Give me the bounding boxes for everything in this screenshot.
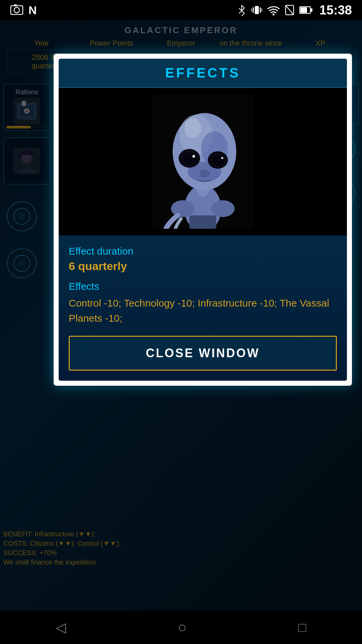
close-window-button[interactable]: CLOSE WINDOW bbox=[69, 336, 337, 371]
bluetooth-icon bbox=[237, 4, 246, 16]
svg-rect-47 bbox=[253, 7, 254, 13]
photo-icon bbox=[10, 3, 23, 17]
svg-point-37 bbox=[211, 200, 235, 217]
svg-point-26 bbox=[184, 118, 201, 138]
svg-point-35 bbox=[199, 169, 209, 177]
svg-rect-38 bbox=[189, 215, 216, 229]
status-bar-left: N bbox=[10, 3, 37, 17]
modal-title: EFFECTS bbox=[69, 65, 337, 80]
svg-point-51 bbox=[273, 13, 275, 15]
svg-rect-50 bbox=[261, 8, 262, 12]
svg-rect-43 bbox=[14, 4, 17, 6]
svg-line-53 bbox=[286, 5, 294, 15]
effects-label: Effects bbox=[69, 281, 337, 292]
svg-rect-56 bbox=[310, 8, 312, 12]
time-display: 15:38 bbox=[319, 3, 352, 17]
alien-image bbox=[59, 88, 347, 235]
svg-rect-49 bbox=[251, 8, 252, 12]
modal-inner: EFFECTS bbox=[59, 59, 347, 381]
wifi-icon bbox=[267, 5, 280, 15]
svg-point-31 bbox=[183, 153, 197, 165]
vibrate-icon bbox=[251, 4, 262, 16]
svg-point-40 bbox=[221, 157, 223, 159]
modal-body: Effect duration 6 quarterly Effects Cont… bbox=[59, 235, 347, 381]
effect-duration-label: Effect duration bbox=[69, 246, 337, 257]
svg-rect-46 bbox=[255, 6, 259, 14]
n-icon: N bbox=[28, 4, 37, 17]
effects-value: Control -10; Technology -10; Infrastruct… bbox=[69, 296, 337, 326]
svg-point-36 bbox=[171, 200, 194, 217]
status-bar-right: 15:38 bbox=[237, 3, 352, 17]
svg-point-39 bbox=[192, 155, 195, 158]
battery-icon bbox=[299, 5, 313, 15]
svg-rect-48 bbox=[260, 7, 261, 13]
effects-modal: EFFECTS bbox=[54, 54, 352, 386]
alien-svg bbox=[153, 95, 253, 229]
effect-duration-value: 6 quarterly bbox=[69, 260, 337, 273]
svg-point-34 bbox=[213, 155, 225, 166]
svg-rect-55 bbox=[300, 7, 307, 13]
no-sim-icon bbox=[285, 5, 294, 15]
svg-point-42 bbox=[14, 7, 19, 13]
status-bar: N bbox=[0, 0, 362, 20]
modal-title-bar: EFFECTS bbox=[59, 59, 347, 88]
